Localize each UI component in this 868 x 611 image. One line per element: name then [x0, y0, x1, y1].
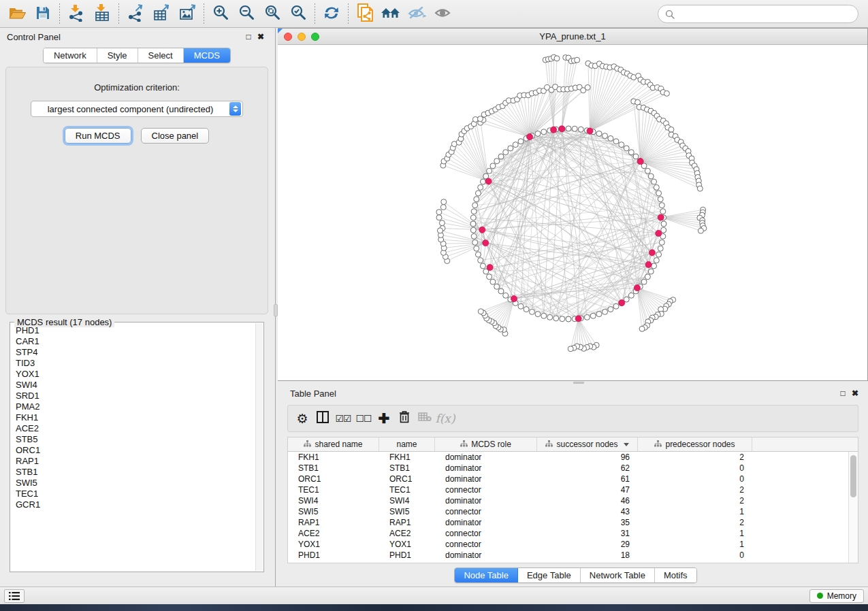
ring-node[interactable] [470, 215, 476, 220]
mcds-result-item[interactable]: GCR1 [16, 499, 255, 510]
zoom-in-button[interactable] [208, 1, 234, 26]
mcds-result-item[interactable]: STB1 [16, 467, 255, 478]
delete-column-button[interactable] [396, 408, 413, 429]
ring-node[interactable] [659, 240, 664, 245]
ring-node[interactable] [518, 139, 524, 144]
float-panel-icon[interactable]: □ [242, 32, 255, 42]
ring-node[interactable] [474, 197, 479, 202]
ring-node[interactable] [584, 314, 590, 320]
ring-node[interactable] [490, 279, 496, 284]
ring-node[interactable] [472, 240, 478, 245]
ring-node[interactable] [628, 150, 634, 155]
mcds-node[interactable] [587, 128, 593, 134]
tab-select[interactable]: Select [138, 48, 184, 63]
leaf-node[interactable] [437, 228, 443, 233]
mcds-result-item[interactable]: ORC1 [16, 445, 255, 456]
ring-node[interactable] [547, 314, 553, 320]
deselect-all-checkboxes-button[interactable]: ☐☐ [355, 408, 372, 429]
search-input[interactable] [679, 9, 851, 19]
column-header-successor-nodes[interactable]: successor nodes [537, 437, 638, 451]
ring-node[interactable] [480, 179, 485, 184]
tab-node-table[interactable]: Node Table [455, 568, 518, 582]
leaf-node[interactable] [585, 84, 590, 90]
column-header-predecessor-nodes[interactable]: predecessor nodes [638, 437, 752, 451]
close-panel-button[interactable]: Close panel [141, 128, 210, 144]
ring-node[interactable] [628, 293, 634, 298]
ring-node[interactable] [656, 191, 662, 196]
mcds-result-item[interactable]: PHD1 [16, 325, 255, 336]
ring-node[interactable] [659, 203, 664, 208]
mcds-node[interactable] [619, 299, 625, 306]
leaf-node[interactable] [554, 56, 560, 61]
mcds-list-scrollbar[interactable] [255, 323, 263, 571]
ring-node[interactable] [503, 293, 509, 298]
ring-node[interactable] [475, 252, 481, 257]
ring-node[interactable] [498, 154, 504, 159]
zoom-selected-button[interactable] [285, 1, 311, 26]
ring-node[interactable] [553, 316, 559, 321]
ring-node[interactable] [513, 142, 518, 148]
criterion-select[interactable]: largest connected component (undirected) [31, 101, 243, 117]
mcds-result-item[interactable]: CAR1 [16, 336, 255, 347]
horizontal-splitter[interactable] [278, 381, 868, 384]
mcds-node[interactable] [575, 316, 581, 322]
import-network-button[interactable] [63, 1, 89, 26]
mcds-result-list[interactable]: PHD1CAR1STP4TID3YOX1SWI4SRD1PMA2FKH1ACE2… [16, 325, 255, 570]
search-box[interactable] [658, 5, 858, 23]
mcds-result-item[interactable]: YOX1 [16, 369, 255, 380]
leaf-node[interactable] [477, 116, 483, 122]
mcds-node[interactable] [634, 285, 640, 291]
mcds-node[interactable] [658, 214, 664, 220]
ring-node[interactable] [541, 313, 547, 318]
ring-node[interactable] [602, 309, 608, 314]
mcds-node[interactable] [649, 250, 655, 256]
ring-node[interactable] [503, 150, 509, 155]
ring-node[interactable] [472, 203, 478, 208]
leaf-node[interactable] [440, 204, 446, 210]
table-row[interactable]: ORC1ORC1dominator610 [288, 474, 858, 484]
mcds-result-item[interactable]: RAP1 [16, 456, 255, 467]
zoom-fit-button[interactable] [259, 1, 285, 26]
ring-node[interactable] [590, 313, 596, 318]
ring-node[interactable] [471, 209, 477, 214]
ring-node[interactable] [478, 258, 483, 263]
leaf-node[interactable] [664, 90, 669, 96]
zoom-out-button[interactable] [234, 1, 259, 26]
table-row[interactable]: TEC1TEC1connector472 [288, 484, 858, 495]
table-row[interactable]: SWI4SWI4dominator462 [288, 495, 858, 506]
ring-node[interactable] [641, 279, 647, 284]
mcds-result-item[interactable]: ACE2 [16, 423, 255, 434]
leaf-node[interactable] [639, 326, 645, 331]
tab-edge-table[interactable]: Edge Table [518, 568, 581, 582]
network-graph[interactable] [278, 45, 867, 380]
ring-node[interactable] [619, 142, 624, 148]
leaf-node[interactable] [575, 57, 580, 63]
ring-node[interactable] [648, 269, 654, 274]
ring-node[interactable] [471, 233, 477, 239]
table-scrollbar-thumb[interactable] [850, 455, 856, 497]
ring-node[interactable] [654, 184, 659, 190]
ring-node[interactable] [633, 154, 639, 159]
ring-node[interactable] [490, 163, 496, 169]
ring-node[interactable] [529, 309, 534, 314]
ring-node[interactable] [480, 263, 485, 269]
table-row[interactable]: RAP1RAP1dominator352 [288, 517, 858, 528]
tab-mcds[interactable]: MCDS [184, 48, 230, 63]
mcds-node[interactable] [656, 230, 662, 236]
ring-node[interactable] [474, 246, 479, 251]
export-image-button[interactable] [174, 1, 200, 26]
mcds-result-item[interactable]: SRD1 [16, 391, 255, 401]
ring-node[interactable] [572, 126, 577, 131]
ring-node[interactable] [661, 221, 666, 227]
leaf-node[interactable] [697, 186, 703, 191]
tab-network-table[interactable]: Network Table [581, 568, 655, 582]
ring-node[interactable] [661, 227, 666, 233]
leaf-node[interactable] [478, 309, 483, 314]
column-header-MCDS-role[interactable]: MCDS role [435, 437, 537, 451]
mcds-result-item[interactable]: STB5 [16, 434, 255, 445]
close-table-panel-icon[interactable]: ✖ [849, 389, 861, 398]
mcds-node[interactable] [485, 178, 492, 184]
mcds-node[interactable] [511, 295, 517, 301]
ring-node[interactable] [578, 127, 583, 132]
ring-node[interactable] [566, 316, 571, 322]
